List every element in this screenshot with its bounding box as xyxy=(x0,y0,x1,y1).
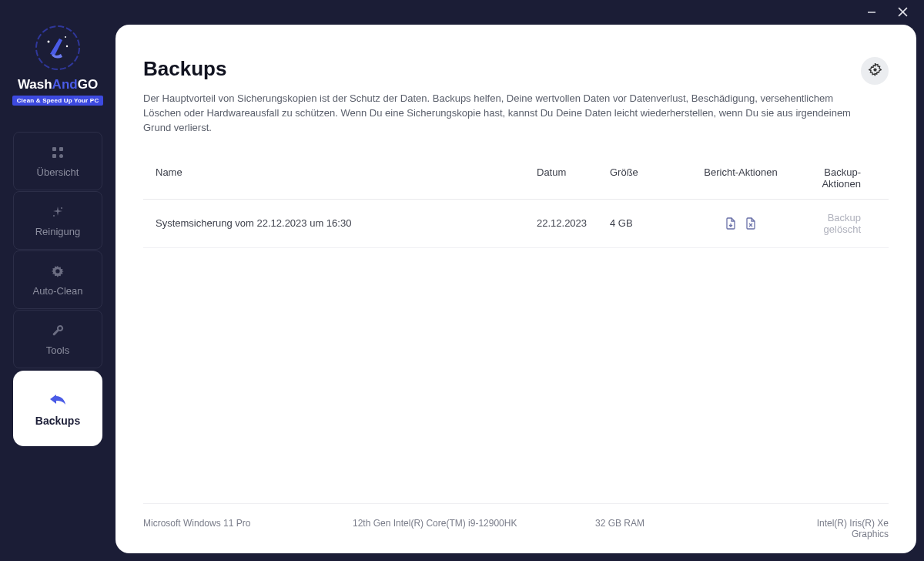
brand-tagline: Clean & Speed Up Your PC xyxy=(12,96,104,106)
nav-label: Backups xyxy=(35,415,80,427)
cell-date: 22.12.2023 xyxy=(537,217,610,229)
nav-overview[interactable]: Übersicht xyxy=(13,132,102,190)
nav-label: Tools xyxy=(46,344,69,356)
nav-tools[interactable]: Tools xyxy=(13,310,102,368)
col-header-name: Name xyxy=(156,166,537,190)
nav-backups[interactable]: Backups xyxy=(13,371,102,446)
app-logo: WashAndGO Clean & Speed Up Your PC xyxy=(12,25,104,106)
col-header-report: Bericht-Aktionen xyxy=(691,166,791,190)
close-button[interactable] xyxy=(896,6,909,19)
svg-point-6 xyxy=(65,36,66,38)
footer-cpu: 12th Gen Intel(R) Core(TM) i9-12900HK xyxy=(353,518,595,539)
svg-point-4 xyxy=(48,41,50,43)
backup-status: Backup gelöscht xyxy=(824,212,861,235)
col-header-size: Größe xyxy=(610,166,691,190)
col-header-date: Datum xyxy=(537,166,610,190)
table-row: Systemsicherung vom 22.12.2023 um 16:30 … xyxy=(143,200,889,248)
svg-rect-8 xyxy=(59,147,63,151)
logo-icon xyxy=(35,25,81,71)
svg-rect-9 xyxy=(52,154,56,158)
table-header: Name Datum Größe Bericht-Aktionen Backup… xyxy=(143,157,889,200)
nav-label: Auto-Clean xyxy=(32,285,82,297)
footer-os: Microsoft Windows 11 Pro xyxy=(143,518,353,539)
sidebar: WashAndGO Clean & Speed Up Your PC Übers… xyxy=(0,6,116,561)
reply-icon xyxy=(49,390,67,408)
nav-label: Übersicht xyxy=(37,166,79,178)
col-header-backup: Backup-Aktionen xyxy=(791,166,876,190)
main-panel: Backups Der Hauptvorteil von Sicherungsk… xyxy=(116,25,916,553)
cell-size: 4 GB xyxy=(610,217,691,229)
cell-name: Systemsicherung vom 22.12.2023 um 16:30 xyxy=(156,217,537,229)
page-title: Backups xyxy=(143,57,852,81)
wrench-icon xyxy=(50,323,65,338)
nav-autoclean[interactable]: Auto-Clean xyxy=(13,250,102,309)
svg-point-12 xyxy=(53,215,55,217)
svg-rect-7 xyxy=(52,147,56,151)
footer-ram: 32 GB RAM xyxy=(595,518,795,539)
settings-button[interactable] xyxy=(861,57,889,85)
svg-point-11 xyxy=(61,207,62,209)
nav-label: Reinigung xyxy=(35,226,81,237)
gear-icon xyxy=(50,264,65,279)
nav-cleaning[interactable]: Reinigung xyxy=(13,191,102,250)
system-info-footer: Microsoft Windows 11 Pro 12th Gen Intel(… xyxy=(143,503,889,539)
gear-icon xyxy=(869,63,882,79)
backups-table: Name Datum Größe Bericht-Aktionen Backup… xyxy=(143,157,889,248)
svg-point-5 xyxy=(66,45,68,47)
page-description: Der Hauptvorteil von Sicherungskopien is… xyxy=(143,92,852,136)
export-report-button[interactable] xyxy=(725,217,737,230)
sparkle-icon xyxy=(50,204,65,220)
delete-report-button[interactable] xyxy=(745,217,757,230)
minimize-button[interactable] xyxy=(865,6,878,19)
grid-icon xyxy=(50,145,65,160)
brand-name: WashAndGO xyxy=(18,77,98,92)
svg-point-10 xyxy=(59,154,63,158)
footer-gpu: Intel(R) Iris(R) Xe Graphics xyxy=(795,518,889,539)
